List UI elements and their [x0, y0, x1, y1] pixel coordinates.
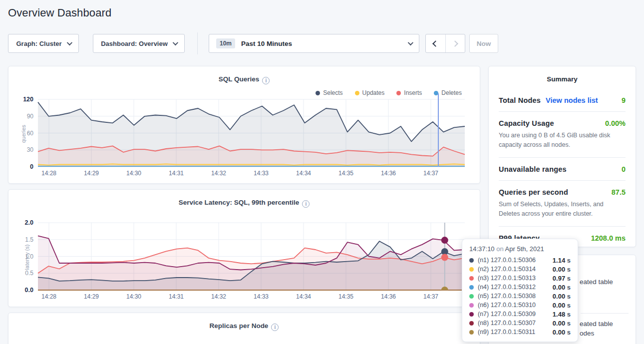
svg-text:14:32: 14:32: [211, 293, 226, 300]
svg-text:30: 30: [27, 146, 34, 153]
series-dot-icon: [469, 276, 474, 281]
series-dot-icon: [469, 312, 474, 317]
summary-metric-value: 9: [622, 96, 626, 104]
tooltip-node-row: (n1) 127.0.0.1:503061.14 s: [469, 256, 571, 265]
series-dot-icon: [469, 258, 474, 263]
svg-text:14:31: 14:31: [169, 293, 184, 300]
prev-time-button[interactable]: [426, 34, 445, 52]
tooltip-node-row: (n8) 127.0.0.1:503070.00 s: [469, 319, 571, 328]
time-range-badge: 10m: [216, 38, 235, 48]
chevron-down-icon: [408, 40, 413, 45]
tooltip-node-address: (n3) 127.0.0.1:50313: [478, 275, 536, 282]
replicas-per-node-panel: Replicas per Nodei: [8, 313, 480, 344]
svg-text:1.5: 1.5: [25, 236, 33, 243]
graph-scope-dropdown[interactable]: Graph: Cluster: [8, 34, 79, 53]
tooltip-node-value: 0.00 s: [553, 266, 571, 273]
svg-text:14:36: 14:36: [381, 170, 396, 177]
event-divider: [581, 313, 629, 314]
summary-metric-value: 1208.0 ms: [591, 234, 626, 242]
svg-text:14:36: 14:36: [381, 293, 396, 300]
sql-queries-panel: SQL Queriesi SelectsUpdatesInsertsDelete…: [8, 66, 480, 184]
tooltip-node-value: 0.00 s: [553, 302, 571, 309]
chart-hover-tooltip: 14:37:10 on Apr 5th, 2021 (n1) 127.0.0.1…: [462, 239, 578, 342]
time-range-selector[interactable]: 10m Past 10 Minutes: [209, 34, 419, 53]
svg-text:14:32: 14:32: [211, 170, 226, 177]
summary-metric-value: 0.00%: [605, 119, 626, 127]
time-step-buttons: [425, 34, 465, 53]
series-dot-icon: [469, 285, 474, 290]
series-dot-icon: [469, 294, 474, 299]
service-latency-panel: Service Latency: SQL, 99th percentilei l…: [8, 189, 480, 307]
toolbar-divider: [197, 32, 198, 54]
tooltip-timestamp: 14:37:10 on Apr 5th, 2021: [469, 245, 571, 253]
chevron-down-icon: [173, 40, 178, 45]
summary-metric-value: 0: [622, 165, 626, 173]
summary-metric-label: Capacity Usage: [499, 119, 554, 127]
service-latency-title: Service Latency: SQL, 99th percentilei: [8, 199, 480, 208]
svg-text:14:30: 14:30: [126, 170, 141, 177]
svg-text:14:28: 14:28: [41, 293, 56, 300]
svg-text:14:37: 14:37: [423, 170, 438, 177]
view-nodes-list-link[interactable]: View nodes list: [546, 96, 598, 104]
event-item-text: eated table: [580, 320, 613, 328]
sql-queries-chart[interactable]: 14:2814:2914:3014:3114:3214:3314:3414:35…: [8, 91, 481, 180]
summary-metric-label: Total Nodes: [499, 96, 541, 104]
dashboard-dropdown[interactable]: Dashboard: Overview: [93, 34, 185, 53]
summary-rows: Total NodesView nodes list9Capacity Usag…: [499, 89, 626, 249]
svg-text:0.0: 0.0: [25, 287, 33, 294]
svg-text:14:34: 14:34: [296, 170, 311, 177]
tooltip-node-row: (n9) 127.0.0.1:503110.00 s: [469, 328, 571, 337]
event-item-text: eated table: [580, 278, 613, 286]
tooltip-node-value: 1.14 s: [553, 257, 571, 264]
svg-text:14:33: 14:33: [254, 170, 269, 177]
summary-panel: Summary Total NodesView nodes list9Capac…: [488, 66, 636, 247]
summary-metric-label: Queries per second: [499, 188, 568, 196]
chevron-right-icon: [452, 40, 458, 47]
chevron-down-icon: [66, 40, 72, 45]
svg-text:14:30: 14:30: [126, 293, 141, 300]
graph-scope-label: Graph: Cluster: [16, 40, 61, 47]
next-time-button[interactable]: [445, 34, 465, 52]
info-icon[interactable]: i: [302, 200, 310, 208]
toolbar: Graph: Cluster Dashboard: Overview 10m P…: [0, 34, 644, 53]
replicas-per-node-title: Replicas per Nodei: [8, 322, 480, 331]
tooltip-node-row: (n3) 127.0.0.1:503130.97 s: [469, 274, 571, 283]
tooltip-node-value: 0.00 s: [553, 284, 571, 291]
tooltip-node-address: (n5) 127.0.0.1:50308: [478, 293, 536, 300]
svg-text:1.0: 1.0: [25, 253, 33, 260]
tooltip-node-address: (n9) 127.0.0.1:50311: [478, 329, 535, 336]
svg-text:2.0: 2.0: [25, 219, 33, 226]
svg-text:120: 120: [23, 96, 33, 103]
info-icon[interactable]: i: [271, 324, 279, 331]
tooltip-node-value: 0.00 s: [553, 329, 571, 336]
info-icon[interactable]: i: [262, 77, 270, 84]
svg-text:60: 60: [27, 130, 34, 137]
svg-text:14:35: 14:35: [338, 293, 353, 300]
series-dot-icon: [469, 267, 474, 272]
summary-metric-description: You are using 0 B of 4.5 GiB usable disk…: [499, 131, 626, 150]
series-dot-icon: [469, 330, 474, 335]
series-dot-icon: [469, 321, 474, 326]
chevron-left-icon: [432, 40, 439, 47]
summary-title: Summary: [499, 75, 626, 83]
overview-dashboard-page: Overview Dashboard Graph: Cluster Dashbo…: [0, 0, 644, 344]
svg-text:14:28: 14:28: [41, 170, 56, 177]
svg-text:14:29: 14:29: [84, 170, 99, 177]
tooltip-node-address: (n8) 127.0.0.1:50307: [478, 320, 536, 327]
tooltip-node-row: (n2) 127.0.0.1:503140.00 s: [469, 265, 571, 274]
tooltip-node-value: 0.97 s: [553, 275, 571, 282]
svg-text:0.5: 0.5: [25, 270, 33, 277]
svg-text:14:31: 14:31: [169, 170, 184, 177]
service-latency-chart[interactable]: 14:2814:2914:3014:3114:3214:3314:3414:35…: [8, 215, 481, 304]
svg-text:14:35: 14:35: [338, 170, 353, 177]
summary-row: Unavailable ranges0: [499, 158, 626, 181]
summary-row: Capacity Usage0.00%You are using 0 B of …: [499, 112, 626, 158]
svg-text:14:37: 14:37: [423, 293, 438, 300]
tooltip-node-address: (n7) 127.0.0.1:50309: [478, 311, 536, 318]
series-dot-icon: [469, 303, 474, 308]
summary-metric-value: 87.5: [612, 188, 626, 196]
tooltip-node-value: 0.00 s: [553, 293, 571, 300]
now-button[interactable]: Now: [469, 34, 498, 53]
page-title: Overview Dashboard: [8, 6, 111, 19]
tooltip-node-address: (n6) 127.0.0.1:50310: [478, 302, 536, 309]
